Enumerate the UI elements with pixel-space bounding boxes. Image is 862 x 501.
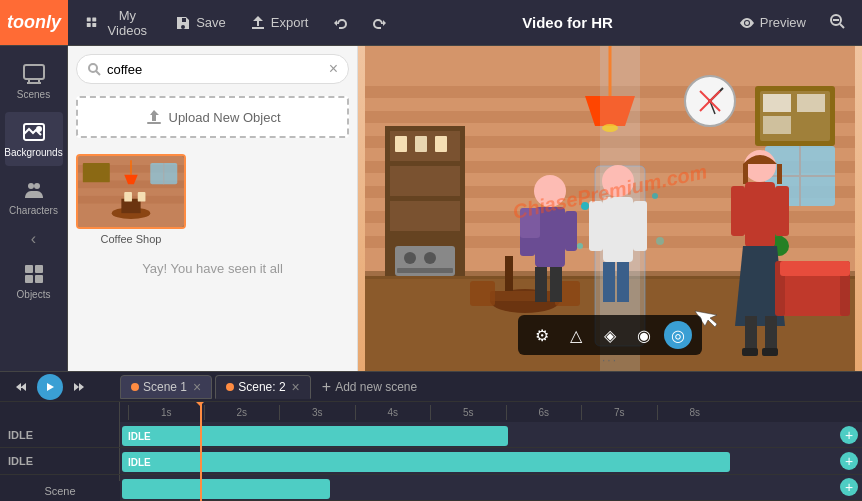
svg-rect-25 <box>124 192 132 202</box>
scene-tab-2[interactable]: Scene: 2 × <box>215 375 311 399</box>
transport-controls <box>0 374 120 400</box>
track-bar[interactable]: IDLE <box>122 452 730 472</box>
thumbnail-label: Coffee Shop <box>101 233 162 245</box>
upload-button[interactable]: Upload New Object <box>76 96 349 138</box>
play-icon <box>44 381 56 393</box>
timeline-ruler: 1s 2s 3s 4s 5s 6s 7s 8s <box>0 402 862 422</box>
ruler-mark: 3s <box>279 405 355 420</box>
sidebar-item-backgrounds[interactable]: Backgrounds <box>5 112 63 166</box>
list-item[interactable]: Coffee Shop <box>76 154 186 245</box>
track-row: IDLE IDLE + <box>0 448 862 474</box>
svg-rect-83 <box>520 208 540 238</box>
playhead[interactable] <box>200 402 202 422</box>
track-add-button[interactable]: + <box>840 426 858 444</box>
seen-all-text: Yay! You have seen it all <box>76 245 349 292</box>
my-videos-button[interactable]: My Videos <box>76 3 161 43</box>
svg-rect-63 <box>763 116 791 134</box>
objects-label: Objects <box>17 289 51 300</box>
svg-rect-70 <box>490 291 560 301</box>
svg-rect-2 <box>87 23 91 27</box>
rewind-button[interactable] <box>8 374 34 400</box>
svg-rect-18 <box>147 122 161 124</box>
tab-dot-2 <box>226 383 234 391</box>
logo-text: toonly <box>7 12 61 33</box>
collapse-arrow[interactable]: ‹ <box>31 230 36 248</box>
tab-close[interactable]: × <box>193 379 201 395</box>
svg-point-107 <box>652 193 658 199</box>
save-button[interactable]: Save <box>165 10 236 36</box>
ruler-mark: 5s <box>430 405 506 420</box>
track-label-area: IDLE <box>0 422 120 447</box>
forward-button[interactable] <box>66 374 92 400</box>
svg-rect-13 <box>35 265 43 273</box>
undo-icon <box>332 15 348 31</box>
track-content[interactable]: + <box>120 475 862 500</box>
svg-rect-14 <box>25 275 33 283</box>
sidebar-item-scenes[interactable]: Scenes <box>5 54 63 108</box>
svg-point-16 <box>89 64 97 72</box>
sidebar-item-characters[interactable]: Characters <box>5 170 63 224</box>
export-icon <box>250 15 266 31</box>
svg-rect-99 <box>765 316 777 351</box>
track-label-area: IDLE <box>0 448 120 473</box>
svg-rect-90 <box>603 262 615 302</box>
ruler-mark: 7s <box>581 405 657 420</box>
svg-rect-3 <box>92 23 96 27</box>
tab-label: Scene 1 <box>143 380 187 394</box>
svg-rect-71 <box>470 281 495 306</box>
redo-button[interactable] <box>362 10 398 36</box>
track-bar-label: IDLE <box>128 431 151 442</box>
undo-button[interactable] <box>322 10 358 36</box>
svg-point-11 <box>34 183 40 189</box>
save-icon <box>175 15 191 31</box>
backgrounds-icon <box>22 120 46 144</box>
track-content[interactable]: IDLE + <box>120 422 862 447</box>
zoom-out-button[interactable] <box>824 8 850 37</box>
svg-rect-100 <box>742 348 758 356</box>
svg-rect-105 <box>780 261 850 276</box>
track-add-button[interactable]: + <box>840 478 858 496</box>
svg-rect-26 <box>138 192 146 202</box>
layers-tool-button[interactable]: ◈ <box>596 321 624 349</box>
clear-search-button[interactable]: × <box>329 60 338 78</box>
svg-rect-45 <box>415 136 427 152</box>
tab-2-close[interactable]: × <box>292 379 300 395</box>
play-button[interactable] <box>37 374 63 400</box>
thumbnail[interactable] <box>76 154 186 229</box>
settings-tool-button[interactable]: ⚙ <box>528 321 556 349</box>
scene-tab-1[interactable]: Scene 1 × <box>120 375 212 399</box>
svg-rect-80 <box>565 211 577 251</box>
search-minus-icon <box>828 12 846 30</box>
export-button[interactable]: Export <box>240 10 319 36</box>
svg-point-9 <box>37 127 41 131</box>
svg-rect-81 <box>535 267 547 302</box>
stack-tool-button[interactable]: ◉ <box>630 321 658 349</box>
active-tool-button[interactable]: ◎ <box>664 321 692 349</box>
scenes-icon <box>22 62 46 86</box>
tab-2-label: Scene: 2 <box>238 380 285 394</box>
svg-point-109 <box>656 237 664 245</box>
track-bar[interactable]: IDLE <box>122 426 508 446</box>
scene-label-bottom: Scene <box>0 481 120 501</box>
svg-line-17 <box>96 71 100 75</box>
track-bar[interactable] <box>122 479 330 499</box>
shape-tool-button[interactable]: △ <box>562 321 590 349</box>
track-row: IDLE IDLE + <box>0 422 862 448</box>
canvas-area: ChiasePremium.com ⚙ △ ◈ ◉ ◎ ··· <box>358 46 862 371</box>
preview-button[interactable]: Preview <box>729 10 816 36</box>
svg-rect-94 <box>777 164 782 184</box>
svg-point-108 <box>577 243 583 249</box>
objects-icon <box>22 262 46 286</box>
ruler-marks: 1s 2s 3s 4s 5s 6s 7s 8s <box>120 405 732 420</box>
sidebar-item-objects[interactable]: Objects <box>5 254 63 308</box>
track-content[interactable]: IDLE + <box>120 448 862 473</box>
search-input[interactable] <box>107 62 329 77</box>
svg-point-92 <box>744 150 776 182</box>
upload-icon <box>145 108 163 126</box>
topbar-right: Preview <box>729 8 862 37</box>
topbar: toonly My Videos Save Export <box>0 0 862 46</box>
add-scene-button[interactable]: + Add new scene <box>314 375 425 399</box>
svg-line-5 <box>840 24 844 28</box>
track-add-button[interactable]: + <box>840 452 858 470</box>
svg-rect-50 <box>397 268 453 273</box>
